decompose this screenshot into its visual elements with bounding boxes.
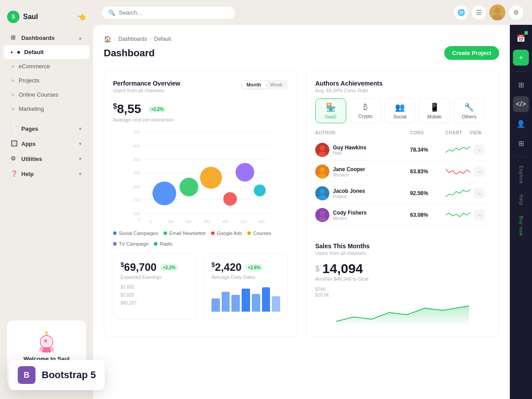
back-icon[interactable]: 👈 bbox=[77, 13, 86, 21]
svg-point-34 bbox=[153, 181, 176, 205]
page-header: Dashboard Create Project bbox=[104, 46, 499, 60]
settings-btn[interactable]: ⚙ bbox=[509, 5, 523, 20]
bootstrap-icon: B bbox=[18, 366, 35, 384]
view-btn-1[interactable]: → bbox=[474, 166, 485, 177]
author-info-0: Guy Hawkins Haiti bbox=[315, 143, 410, 157]
sidebar-item-help[interactable]: ❓ Help ▼ bbox=[4, 167, 90, 181]
sales-subtitle: Users from all channels bbox=[315, 250, 490, 256]
view-btn-2[interactable]: → bbox=[474, 188, 485, 199]
perf-subtitle: Users from all channels bbox=[113, 88, 180, 93]
metric-badge: +2.2% bbox=[148, 106, 166, 113]
chevron-icon: ▼ bbox=[78, 172, 82, 176]
breadcrumb: 🏠 › Dashboards › Default bbox=[104, 35, 499, 43]
sidebar-item-label: Pages bbox=[21, 125, 38, 132]
svg-point-48 bbox=[318, 195, 326, 200]
rp-grid-icon[interactable]: ⊞ bbox=[513, 77, 529, 93]
sales-title: Sales This Months bbox=[315, 243, 490, 250]
sidebar-item-projects[interactable]: Projects bbox=[4, 74, 90, 87]
svg-point-10 bbox=[494, 8, 501, 14]
author-row-2: Jacob Jones Poland 92.56% → bbox=[315, 183, 490, 204]
breadcrumb-default[interactable]: Default bbox=[154, 36, 171, 42]
rp-help-label[interactable]: Help bbox=[519, 191, 524, 209]
earnings-value: $69,700 bbox=[121, 261, 156, 274]
author-name-1: Jane Cooper bbox=[333, 166, 365, 172]
svg-text:500: 500 bbox=[240, 219, 247, 224]
svg-point-39 bbox=[254, 184, 266, 196]
nav-dot-projects bbox=[12, 79, 14, 82]
author-avatar-2 bbox=[315, 186, 329, 200]
svg-point-50 bbox=[320, 211, 325, 216]
perf-title: Performance Overview bbox=[113, 80, 180, 87]
rp-code-icon[interactable]: </> bbox=[513, 96, 529, 112]
tab-saas[interactable]: 🏪 SaaS bbox=[315, 98, 346, 123]
home-icon[interactable]: 🏠 bbox=[104, 35, 111, 43]
svg-point-45 bbox=[318, 173, 326, 179]
week-toggle[interactable]: Week bbox=[266, 81, 287, 89]
chart-mini-1: → bbox=[446, 166, 490, 177]
tab-crypto-label: Crypto bbox=[358, 113, 372, 119]
dashboard-grid: Performance Overview Users from all chan… bbox=[104, 70, 499, 337]
tab-mobile[interactable]: 📱 Mobile bbox=[419, 98, 450, 123]
menu-btn[interactable]: ☰ bbox=[472, 5, 486, 20]
col-conv: CONV. bbox=[410, 130, 446, 135]
sales-label-205k: $20.5K bbox=[315, 293, 490, 297]
authors-table-header: AUTHOR CONV. CHART VIEW bbox=[315, 130, 490, 139]
tab-social[interactable]: 👥 Social bbox=[384, 98, 415, 123]
sidebar-item-label: Marketing bbox=[19, 106, 44, 112]
chart-mini-0: → bbox=[446, 145, 490, 155]
month-toggle[interactable]: Month bbox=[242, 81, 266, 89]
user-avatar[interactable] bbox=[489, 4, 505, 20]
breadcrumb-dashboards[interactable]: Dashboards bbox=[118, 36, 147, 42]
authors-subtitle: Avg. 69.34% Conv. Rate bbox=[315, 88, 490, 93]
chart-legend: Social Campaigns Email Newsletter Google… bbox=[113, 231, 288, 246]
sidebar-item-online-courses[interactable]: Online Courses bbox=[4, 88, 90, 102]
rp-grid2-icon[interactable]: ⊞ bbox=[513, 135, 529, 151]
svg-rect-4 bbox=[42, 347, 51, 352]
sidebar-item-ecommerce[interactable]: eCommerce bbox=[4, 59, 90, 73]
nav-dot-courses bbox=[12, 94, 14, 96]
rp-calendar-icon[interactable]: 📅 1 bbox=[513, 30, 529, 46]
rp-buynow-label[interactable]: Buy now bbox=[519, 212, 524, 239]
author-row-0: Guy Hawkins Haiti 78.34% → bbox=[315, 139, 490, 161]
dashboards-icon: ⊞ bbox=[11, 34, 18, 41]
view-btn-3[interactable]: → bbox=[474, 210, 485, 220]
search-input[interactable] bbox=[119, 9, 229, 16]
sidebar-item-marketing[interactable]: Marketing bbox=[4, 102, 90, 116]
tab-mobile-label: Mobile bbox=[427, 114, 442, 119]
notification-btn[interactable]: 🌐 bbox=[454, 5, 468, 20]
svg-point-38 bbox=[235, 163, 254, 181]
search-box[interactable]: 🔍 bbox=[102, 7, 235, 19]
sidebar-item-label: Online Courses bbox=[19, 91, 59, 98]
svg-point-47 bbox=[320, 189, 325, 194]
performance-card: Performance Overview Users from all chan… bbox=[104, 70, 297, 337]
bootstrap-text: Bootstrap 5 bbox=[42, 369, 96, 381]
astronaut-illustration bbox=[29, 329, 64, 354]
view-btn-0[interactable]: → bbox=[474, 145, 485, 155]
sidebar-item-default[interactable]: Default bbox=[4, 45, 90, 59]
rp-add-icon[interactable]: + bbox=[513, 50, 529, 66]
sidebar-item-apps[interactable]: 🔲 Apps ▼ bbox=[4, 137, 90, 151]
author-avatar-3 bbox=[315, 208, 329, 222]
create-project-button[interactable]: Create Project bbox=[444, 46, 499, 60]
svg-text:700: 700 bbox=[133, 130, 140, 134]
rp-explore-label[interactable]: Explore bbox=[519, 162, 524, 188]
sidebar-item-dashboards[interactable]: ⊞ Dashboards ▲ bbox=[4, 31, 90, 45]
tab-others[interactable]: 🔧 Others bbox=[454, 98, 485, 123]
help-icon: ❓ bbox=[11, 170, 18, 177]
sidebar-item-utilities[interactable]: ⚙ Utilities ▼ bbox=[4, 152, 90, 166]
sidebar-item-pages[interactable]: 📄 Pages ▼ bbox=[4, 121, 90, 136]
search-icon: 🔍 bbox=[108, 9, 115, 16]
rp-user-icon[interactable]: 👤 bbox=[513, 116, 529, 132]
earnings-badge: +2.2% bbox=[160, 264, 178, 271]
chevron-icon: ▼ bbox=[78, 156, 82, 161]
bootstrap-overlay: B Bootstrap 5 bbox=[9, 360, 105, 390]
nav-dashboards[interactable]: ⊞ Dashboards ▲ Default eCommerce Project… bbox=[0, 30, 93, 116]
tab-crypto[interactable]: ₿ Crypto bbox=[350, 98, 381, 123]
authors-tabs: 🏪 SaaS ₿ Crypto 👥 Social 📱 bbox=[315, 98, 490, 123]
app-name: Saul bbox=[23, 13, 38, 21]
author-country-0: Haiti bbox=[333, 151, 366, 156]
author-country-3: Mexico bbox=[333, 216, 367, 221]
scatter-chart: 700 600 500 400 300 200 100 0 0 100 200 bbox=[113, 128, 288, 225]
logo-icon: S bbox=[7, 11, 20, 23]
sales-value: 14,094 bbox=[322, 261, 363, 276]
